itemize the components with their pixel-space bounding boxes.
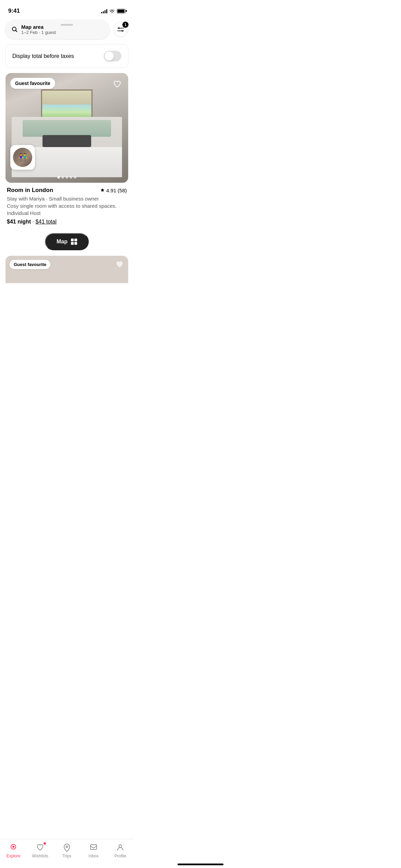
battery-icon bbox=[117, 9, 125, 13]
filter-badge: 1 bbox=[122, 22, 129, 28]
guest-favourite-badge: Guest favourite bbox=[10, 78, 55, 89]
card-title: Room in London bbox=[7, 187, 53, 194]
search-area: Map area 1–2 Feb · 1 guest 1 bbox=[0, 17, 134, 43]
search-icon bbox=[12, 26, 18, 33]
listing-card-2[interactable]: Guest favourite bbox=[5, 256, 128, 283]
map-button[interactable]: Map bbox=[45, 233, 89, 250]
star-icon bbox=[100, 188, 105, 193]
dot-3 bbox=[66, 176, 68, 179]
map-button-label: Map bbox=[57, 239, 68, 245]
price-per-night: $41 night bbox=[7, 219, 31, 225]
search-text: Map area 1–2 Feb · 1 guest bbox=[21, 24, 56, 35]
status-bar: 9:41 bbox=[0, 0, 134, 17]
host-avatar: 👫 bbox=[13, 148, 32, 167]
search-sub-text: 1–2 Feb · 1 guest bbox=[21, 30, 56, 35]
rating-count: (58) bbox=[118, 188, 127, 193]
dot-5 bbox=[74, 176, 76, 179]
dot-4 bbox=[70, 176, 72, 179]
image-dots bbox=[58, 176, 76, 179]
card-rating: 4.91 (58) bbox=[100, 188, 127, 193]
drag-handle bbox=[61, 24, 73, 26]
heart-icon-2 bbox=[115, 260, 124, 269]
card-title-row: Room in London 4.91 (58) bbox=[7, 187, 127, 194]
price-separator: · bbox=[33, 219, 36, 225]
rating-score: 4.91 bbox=[106, 188, 116, 193]
display-total-toggle-row: Display total before taxes bbox=[5, 45, 128, 68]
price-total: $41 total bbox=[36, 219, 57, 225]
dot-2 bbox=[62, 176, 64, 179]
card-info-1: Room in London 4.91 (58) Stay with Mariy… bbox=[5, 183, 128, 226]
filter-icon bbox=[117, 26, 124, 33]
listing-card-1[interactable]: 👫 Guest favourite Room in London bbox=[5, 73, 128, 226]
heart-icon bbox=[113, 80, 122, 88]
status-time: 9:41 bbox=[8, 8, 20, 14]
guest-favourite-badge-2: Guest favourite bbox=[10, 260, 50, 269]
card-price: $41 night · $41 total bbox=[7, 219, 127, 225]
toggle-label: Display total before taxes bbox=[12, 53, 74, 59]
card-description: Stay with Mariya · Small business owner … bbox=[7, 195, 127, 217]
listing-image-1: 👫 Guest favourite bbox=[5, 73, 128, 183]
host-photo: 👫 bbox=[10, 145, 35, 170]
display-total-toggle[interactable] bbox=[104, 51, 121, 61]
dot-1 bbox=[58, 176, 60, 179]
signal-icon bbox=[101, 9, 107, 13]
search-bar[interactable]: Map area 1–2 Feb · 1 guest bbox=[5, 20, 110, 39]
wishlist-button-1[interactable] bbox=[111, 78, 123, 90]
search-main-text: Map area bbox=[21, 24, 56, 30]
map-grid-icon bbox=[71, 239, 77, 245]
status-icons bbox=[101, 9, 125, 13]
wifi-icon bbox=[109, 9, 115, 13]
wishlist-button-2[interactable] bbox=[115, 260, 124, 269]
map-button-wrap: Map bbox=[0, 233, 134, 250]
filter-button[interactable]: 1 bbox=[113, 22, 128, 37]
